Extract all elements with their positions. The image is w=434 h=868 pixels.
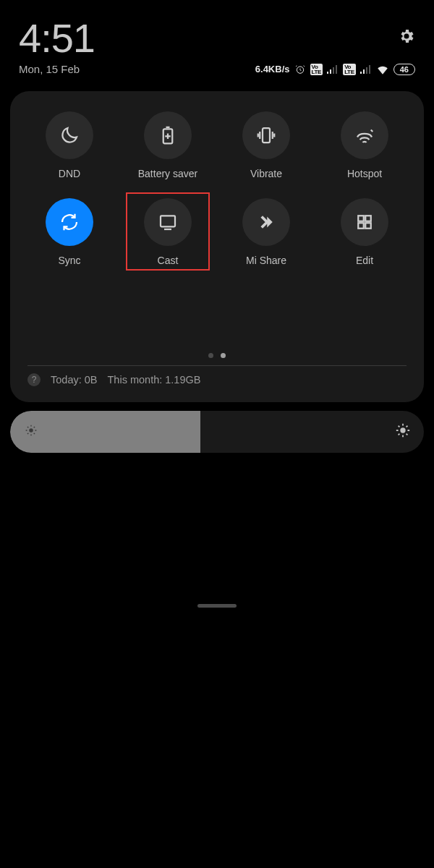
svg-line-24 <box>399 434 400 435</box>
svg-line-22 <box>399 426 400 427</box>
tile-edit[interactable]: Edit <box>315 198 414 266</box>
tile-label: DND <box>59 168 80 179</box>
volte-badge-2: VoLTE <box>343 64 356 75</box>
svg-point-17 <box>400 427 405 433</box>
dot-1 <box>208 353 213 358</box>
brightness-slider[interactable] <box>10 411 424 453</box>
svg-point-8 <box>29 428 33 433</box>
brightness-low-icon <box>23 422 39 441</box>
signal-bars-2 <box>360 65 372 74</box>
grid4-icon <box>341 198 388 246</box>
data-usage-row[interactable]: ? Today: 0B This month: 1.19GB <box>20 373 414 392</box>
tile-label: Sync <box>58 255 80 266</box>
moon-icon <box>46 111 93 159</box>
sync-icon <box>46 198 93 246</box>
svg-line-13 <box>27 427 28 427</box>
svg-rect-6 <box>358 223 364 229</box>
svg-line-15 <box>27 433 28 434</box>
brightness-high-icon <box>395 422 411 441</box>
date: Mon, 15 Feb <box>19 63 80 75</box>
tile-sync[interactable]: Sync <box>20 198 119 266</box>
svg-line-14 <box>34 433 35 434</box>
tile-label: Edit <box>356 255 373 266</box>
svg-line-16 <box>34 427 35 427</box>
svg-line-25 <box>407 426 408 427</box>
tile-label: Vibrate <box>250 168 282 179</box>
net-speed: 6.4KB/s <box>255 64 290 75</box>
svg-rect-5 <box>365 216 371 221</box>
dot-2 <box>221 353 226 358</box>
nav-handle[interactable] <box>197 604 237 608</box>
tile-battery-saver[interactable]: Battery saver <box>119 111 217 179</box>
svg-rect-4 <box>358 216 364 221</box>
tile-label: Cast <box>158 255 179 266</box>
divider <box>27 365 407 366</box>
cast-icon <box>144 198 192 246</box>
data-today: Today: 0B <box>51 374 98 386</box>
tile-hotspot[interactable]: Hotspot <box>315 111 414 179</box>
mishare-icon <box>242 198 290 246</box>
tile-vibrate[interactable]: Vibrate <box>217 111 315 179</box>
page-dots <box>20 353 414 358</box>
hotspot-icon <box>341 111 388 159</box>
svg-line-23 <box>407 434 408 435</box>
status-icons-right: 6.4KB/s VoLTE VoLTE 46 <box>255 64 415 75</box>
data-month: This month: 1.19GB <box>108 374 201 386</box>
tile-label: Mi Share <box>246 255 286 266</box>
settings-gear-icon[interactable] <box>398 27 415 45</box>
signal-bars-1 <box>327 65 339 74</box>
svg-rect-7 <box>365 223 371 229</box>
tile-mishare[interactable]: Mi Share <box>217 198 315 266</box>
tile-dnd[interactable]: DND <box>20 111 119 179</box>
tile-cast[interactable]: Cast <box>119 198 217 266</box>
alarm-icon <box>294 64 306 75</box>
vibrate-icon <box>242 111 290 159</box>
svg-rect-2 <box>263 128 270 142</box>
wifi-icon <box>376 64 389 75</box>
tile-label: Battery saver <box>138 168 197 179</box>
svg-rect-3 <box>161 216 175 226</box>
battery-badge: 46 <box>393 64 415 75</box>
volte-badge-1: VoLTE <box>310 64 323 75</box>
clock: 4:51 <box>19 14 95 61</box>
quick-settings-panel: DND Battery saver Vibrate Hotspot Sync <box>10 91 424 402</box>
help-icon: ? <box>27 373 41 386</box>
tile-label: Hotspot <box>347 168 382 179</box>
battery-plus-icon <box>144 111 192 159</box>
